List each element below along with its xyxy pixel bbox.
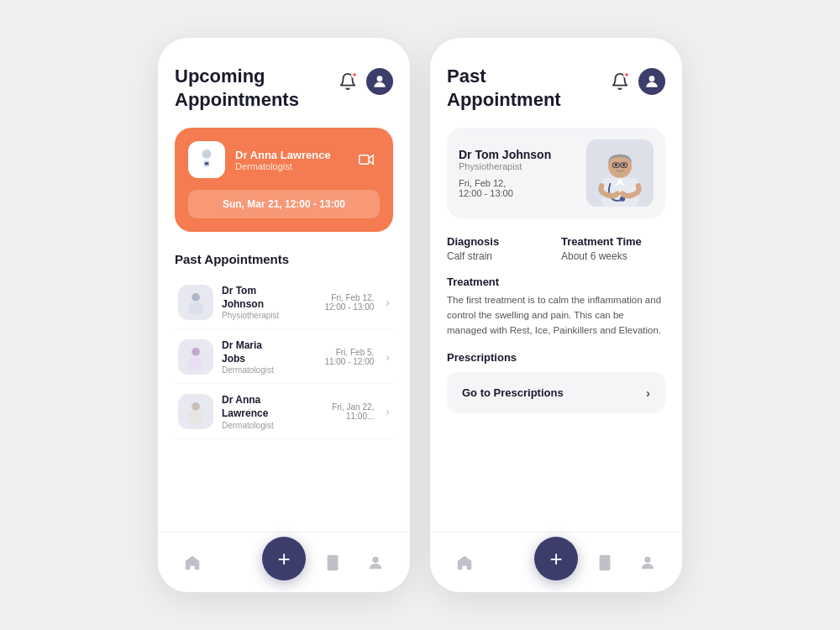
upcoming-doc-specialty: Dermatologist bbox=[235, 161, 346, 171]
left-header: Upcoming Appointments bbox=[175, 65, 393, 111]
treatment-time-label: Treatment Time bbox=[561, 235, 665, 248]
nav-doc-right[interactable] bbox=[590, 548, 620, 578]
svg-rect-5 bbox=[360, 155, 369, 165]
past-date-0: Fri, Feb 12, 12:00 - 13:00 bbox=[324, 293, 374, 312]
past-info-2: Dr Anna Lawrence Dermatologist bbox=[222, 394, 323, 429]
past-specialty-1: Dermatologist bbox=[222, 365, 316, 375]
diagnosis-treatment-grid: Diagnosis Calf strain Treatment Time Abo… bbox=[447, 235, 665, 262]
svg-rect-4 bbox=[205, 162, 209, 165]
past-date-1: Fri, Feb 5, 11:00 - 12:00 bbox=[324, 348, 374, 366]
treatment-time-block: Treatment Time About 6 weeks bbox=[561, 235, 665, 262]
svg-point-17 bbox=[649, 76, 655, 81]
upcoming-appointment-card[interactable]: Dr Anna Lawrence Dermatologist Sun, Mar … bbox=[175, 128, 393, 232]
treatment-description: The first treatment is to calm the infla… bbox=[447, 293, 665, 338]
past-item-0[interactable]: Dr Tom Johnson Physiotherapist Fri, Feb … bbox=[175, 276, 393, 329]
bottom-nav-left: + bbox=[158, 532, 410, 592]
svg-point-31 bbox=[644, 556, 650, 562]
past-info-0: Dr Tom Johnson Physiotherapist bbox=[222, 285, 316, 320]
treatment-title: Treatment bbox=[447, 276, 665, 288]
prescriptions-title: Prescriptions bbox=[447, 351, 665, 364]
video-call-icon[interactable] bbox=[356, 151, 380, 168]
diagnosis-value: Calf strain bbox=[447, 250, 551, 262]
svg-point-22 bbox=[615, 164, 617, 166]
past-name-1: Dr Maria Jobs bbox=[222, 339, 316, 365]
svg-point-10 bbox=[192, 403, 200, 412]
doctor-card-date: Fri, Feb 12, 12:00 - 13:00 bbox=[459, 178, 586, 198]
nav-home-left[interactable] bbox=[177, 548, 207, 578]
right-header: Past Appointment bbox=[447, 65, 665, 111]
prescriptions-section: Prescriptions Go to Prescriptions › bbox=[447, 351, 665, 413]
past-item-2[interactable]: Dr Anna Lawrence Dermatologist Fri, Jan … bbox=[175, 386, 393, 438]
go-to-prescriptions-button[interactable]: Go to Prescriptions › bbox=[447, 372, 665, 413]
nav-fab-right[interactable]: + bbox=[534, 537, 578, 580]
doctor-photo bbox=[586, 139, 654, 207]
svg-point-0 bbox=[377, 76, 383, 81]
nav-profile-right[interactable] bbox=[633, 548, 663, 578]
nav-profile-left[interactable] bbox=[360, 548, 391, 578]
upcoming-datetime: Sun, Mar 21, 12:00 - 13:00 bbox=[188, 190, 380, 218]
past-name-0: Dr Tom Johnson bbox=[222, 285, 316, 311]
past-name-2: Dr Anna Lawrence bbox=[222, 394, 323, 420]
svg-rect-11 bbox=[188, 412, 202, 423]
prescriptions-btn-label: Go to Prescriptions bbox=[462, 386, 564, 399]
past-avatar-2 bbox=[178, 394, 213, 429]
past-info-1: Dr Maria Jobs Dermatologist bbox=[222, 339, 316, 375]
treatment-time-value: About 6 weeks bbox=[561, 250, 665, 262]
bell-dot-right bbox=[623, 71, 630, 78]
past-avatar-1 bbox=[178, 339, 213, 375]
svg-point-8 bbox=[192, 348, 200, 356]
nav-home-right[interactable] bbox=[449, 548, 480, 578]
nav-fab-icon-left: + bbox=[277, 548, 290, 570]
upcoming-doc-info: Dr Anna Lawrence Dermatologist bbox=[235, 149, 346, 171]
doctor-card-specialty: Physiotherapist bbox=[459, 161, 586, 171]
svg-point-6 bbox=[192, 293, 200, 302]
nav-doc-left[interactable] bbox=[318, 548, 348, 578]
nav-chart-left[interactable] bbox=[220, 548, 250, 578]
right-phone-content: Past Appointment bbox=[430, 38, 682, 532]
svg-point-16 bbox=[372, 556, 378, 562]
bell-icon-left[interactable] bbox=[336, 70, 360, 93]
svg-rect-27 bbox=[600, 554, 611, 570]
left-header-icons bbox=[336, 68, 393, 95]
svg-point-1 bbox=[202, 150, 212, 159]
right-header-icons bbox=[608, 68, 665, 95]
bell-dot-left bbox=[351, 71, 358, 78]
past-item-1[interactable]: Dr Maria Jobs Dermatologist Fri, Feb 5, … bbox=[175, 331, 393, 384]
prescriptions-chevron-icon: › bbox=[646, 386, 650, 400]
left-phone: Upcoming Appointments bbox=[158, 38, 410, 592]
user-avatar-left[interactable] bbox=[366, 68, 393, 95]
past-date-2: Fri, Jan 22, 11:00... bbox=[332, 402, 374, 421]
right-title: Past Appointment bbox=[447, 65, 561, 111]
upcoming-doc-avatar bbox=[188, 141, 225, 178]
doctor-card-name: Dr Tom Johnson bbox=[459, 148, 586, 161]
svg-point-23 bbox=[622, 164, 625, 166]
doctor-card-info: Dr Tom Johnson Physiotherapist Fri, Feb … bbox=[459, 148, 586, 198]
treatment-section: Treatment The first treatment is to calm… bbox=[447, 276, 665, 338]
chevron-right-icon-2: › bbox=[386, 405, 390, 418]
nav-fab-left[interactable]: + bbox=[262, 537, 306, 580]
chevron-right-icon-0: › bbox=[386, 296, 390, 309]
left-phone-content: Upcoming Appointments bbox=[158, 38, 410, 532]
appt-card-top: Dr Anna Lawrence Dermatologist bbox=[188, 141, 380, 178]
doctor-detail-card: Dr Tom Johnson Physiotherapist Fri, Feb … bbox=[447, 128, 665, 218]
chevron-right-icon-1: › bbox=[386, 350, 390, 364]
diagnosis-block: Diagnosis Calf strain bbox=[447, 235, 551, 262]
left-title: Upcoming Appointments bbox=[175, 65, 299, 111]
past-appointments-list: Dr Tom Johnson Physiotherapist Fri, Feb … bbox=[175, 276, 393, 439]
svg-rect-7 bbox=[188, 303, 202, 314]
bell-icon-right[interactable] bbox=[608, 70, 632, 93]
past-avatar-0 bbox=[178, 285, 213, 320]
svg-rect-12 bbox=[328, 554, 339, 570]
right-phone: Past Appointment bbox=[430, 38, 682, 592]
nav-fab-icon-right: + bbox=[549, 548, 562, 570]
user-avatar-right[interactable] bbox=[638, 68, 665, 95]
past-specialty-2: Dermatologist bbox=[222, 421, 323, 430]
past-specialty-0: Physiotherapist bbox=[222, 311, 316, 320]
bottom-nav-right: + bbox=[430, 532, 682, 592]
svg-rect-9 bbox=[188, 358, 202, 369]
past-appointments-title: Past Appointments bbox=[175, 252, 393, 266]
upcoming-doc-name: Dr Anna Lawrence bbox=[235, 149, 346, 161]
diagnosis-label: Diagnosis bbox=[447, 235, 551, 248]
screen-container: Upcoming Appointments bbox=[0, 21, 840, 609]
nav-chart-right[interactable] bbox=[492, 548, 522, 578]
